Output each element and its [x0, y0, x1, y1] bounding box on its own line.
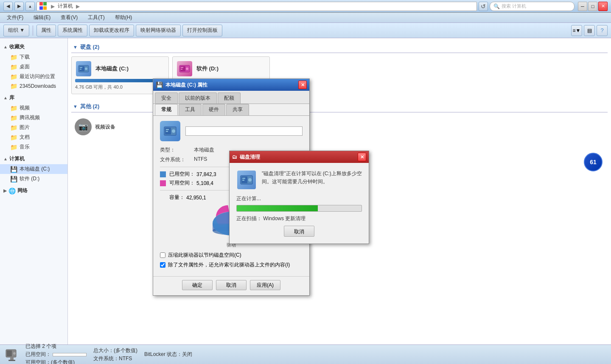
maximize-button[interactable]: □	[588, 2, 597, 11]
menu-file[interactable]: 文件(F)	[3, 13, 27, 22]
properties-dialog-footer: 确定 取消 应用(A)	[153, 276, 309, 295]
other-section-header[interactable]: ▼ 其他 (2)	[71, 101, 608, 112]
tab-sharing[interactable]: 共享	[226, 104, 249, 115]
sidebar-item-music-label: 音乐	[20, 143, 30, 151]
properties-cancel-button[interactable]: 取消	[216, 280, 247, 290]
svg-point-7	[186, 67, 188, 70]
sidebar-item-tencent-video-label: 腾讯视频	[20, 114, 40, 121]
back-button[interactable]: ◀	[3, 2, 13, 11]
type-label: 类型：	[160, 146, 194, 154]
capacity-value: 42,950,1	[186, 195, 206, 201]
checkbox2-row: 除了文件属性外，还允许索引此驱动器上文件的内容(I)	[160, 261, 303, 269]
used-space-color-box	[160, 171, 166, 177]
free-space-color-box	[160, 180, 166, 186]
toolbar: 组织 ▼ 属性 系统属性 卸载或更改程序 映射网络驱动器 打开控制面板 ≡▼ ▤…	[0, 23, 611, 38]
tab-security[interactable]: 安全	[155, 92, 178, 104]
sidebar-library-header[interactable]: ▲ 库	[0, 92, 67, 103]
sidebar-network-header[interactable]: ▶ 🌐 网络	[0, 185, 67, 196]
refresh-button[interactable]: ↺	[479, 2, 488, 11]
drive-c-space-text: 4.76 GB 可用，共 40.0	[75, 84, 165, 90]
svg-rect-9	[181, 69, 182, 70]
map-network-button[interactable]: 映射网络驱动器	[136, 25, 181, 36]
drives-section-arrow-icon: ▼	[73, 45, 78, 50]
other-section-arrow-icon: ▼	[73, 104, 78, 109]
sidebar-item-2345downloads[interactable]: 📁 2345Downloads	[0, 81, 67, 91]
sidebar-favorites-header[interactable]: ▲ 收藏夹	[0, 42, 67, 52]
library-arrow-icon: ▲	[3, 95, 8, 100]
properties-button[interactable]: 属性	[36, 25, 56, 36]
view-options-button[interactable]: ≡▼	[571, 25, 582, 36]
sidebar-item-c-drive[interactable]: 💾 本地磁盘 (C:)	[0, 164, 67, 174]
video-library-icon: 📁	[10, 105, 17, 112]
cleanup-hdd-icon	[237, 171, 256, 189]
properties-apply-button[interactable]: 应用(A)	[250, 280, 280, 290]
status-selected-section: 已选择 2 个项 已用空间： 可用空间：(多个数值)	[25, 343, 87, 364]
tab-general[interactable]: 常规	[155, 104, 178, 115]
other-item-webcam[interactable]: 📷 视频设备	[71, 116, 608, 138]
help-button[interactable]: ?	[597, 25, 608, 36]
search-bar[interactable]: 🔍 搜索 计算机	[490, 2, 575, 11]
close-button[interactable]: ✕	[598, 2, 608, 11]
tab-quota[interactable]: 配额	[218, 92, 241, 104]
sidebar-item-recent-label: 最近访问的位置	[20, 73, 55, 80]
menu-edit[interactable]: 编辑(E)	[30, 13, 54, 22]
window-controls: ─ □ ✕	[578, 2, 608, 11]
sidebar-computer-section: ▲ 计算机 💾 本地磁盘 (C:) 💾 软件 (D:)	[0, 154, 67, 184]
drive-c-image	[75, 60, 92, 77]
title-bar-nav: ◀ ▶ ▲ ▶ 计算机 ▶ ↺ 🔍 搜索 计算机	[3, 2, 575, 11]
sidebar-item-video[interactable]: 📁 视频	[0, 103, 67, 113]
properties-icon-row	[160, 121, 303, 141]
menu-tools[interactable]: 工具(T)	[84, 13, 108, 22]
drive-name-input[interactable]	[185, 126, 303, 136]
control-panel-button[interactable]: 打开控制面板	[182, 25, 222, 36]
library-label: 库	[9, 94, 14, 101]
preview-pane-button[interactable]: ▤	[584, 25, 595, 36]
drive-c-label: 本地磁盘 (C:)	[95, 65, 129, 73]
desktop-folder-icon: 📁	[10, 64, 17, 70]
system-properties-button[interactable]: 系统属性	[58, 25, 87, 36]
status-selected-text: 已选择 2 个项	[25, 343, 87, 350]
cleanup-cancel-button[interactable]: 取消	[284, 226, 314, 237]
menu-view[interactable]: 查看(V)	[57, 13, 81, 22]
sidebar-item-d-drive[interactable]: 💾 软件 (D:)	[0, 174, 67, 184]
up-button[interactable]: ▲	[25, 2, 35, 11]
address-bar[interactable]: ▶ 计算机 ▶	[36, 2, 477, 11]
menu-help[interactable]: 帮助(H)	[112, 13, 136, 22]
menu-bar: 文件(F) 编辑(E) 查看(V) 工具(T) 帮助(H)	[0, 13, 611, 23]
properties-close-button[interactable]: ✕	[298, 81, 307, 89]
webcam-icon: 📷	[75, 118, 92, 135]
sidebar-item-documents[interactable]: 📁 文档	[0, 132, 67, 142]
index-checkbox[interactable]	[160, 262, 165, 268]
sidebar-library-section: ▲ 库 📁 视频 📁 腾讯视频 📁 图片 📁 文档	[0, 92, 67, 152]
sidebar-item-pictures-label: 图片	[20, 124, 30, 131]
cleanup-dialog[interactable]: 🗂 磁盘清理 ✕ "	[229, 151, 369, 244]
sidebar-item-pictures[interactable]: 📁 图片	[0, 123, 67, 132]
organize-button[interactable]: 组织 ▼	[3, 25, 29, 36]
minimize-button[interactable]: ─	[578, 2, 587, 11]
sidebar-item-recent[interactable]: 📁 最近访问的位置	[0, 72, 67, 81]
properties-ok-button[interactable]: 确定	[182, 280, 213, 290]
sidebar-item-music[interactable]: 📁 音乐	[0, 142, 67, 152]
cleanup-close-button[interactable]: ✕	[358, 153, 366, 161]
status-icon	[5, 348, 19, 361]
sidebar-item-download[interactable]: 📁 下载	[0, 52, 67, 62]
tab-tools[interactable]: 工具	[179, 104, 202, 115]
cleanup-scan-status: 正在扫描： Windows 更新清理	[236, 215, 362, 222]
filesystem-value: NTFS	[194, 156, 207, 163]
cleanup-title-bar: 🗂 磁盘清理 ✕	[230, 151, 369, 163]
uninstall-button[interactable]: 卸载或更改程序	[89, 25, 134, 36]
sidebar-item-desktop-label: 桌面	[20, 63, 30, 70]
sidebar-computer-header[interactable]: ▲ 计算机	[0, 154, 67, 164]
sidebar-favorites-section: ▲ 收藏夹 📁 下载 📁 桌面 📁 最近访问的位置 📁 2345Do	[0, 42, 67, 91]
sidebar-item-tencent-video[interactable]: 📁 腾讯视频	[0, 113, 67, 123]
forward-button[interactable]: ▶	[14, 2, 24, 11]
compress-checkbox[interactable]	[160, 252, 165, 258]
drives-section-header[interactable]: ▼ 硬盘 (2)	[71, 42, 608, 53]
properties-drive-icon	[160, 121, 180, 141]
tab-previous-versions[interactable]: 以前的版本	[179, 92, 217, 104]
tab-hardware[interactable]: 硬件	[202, 104, 225, 115]
sidebar-item-desktop[interactable]: 📁 桌面	[0, 62, 67, 72]
drive-d-label: 软件 (D:)	[196, 65, 219, 73]
pictures-icon: 📁	[10, 124, 17, 131]
download-folder-icon: 📁	[10, 54, 17, 61]
